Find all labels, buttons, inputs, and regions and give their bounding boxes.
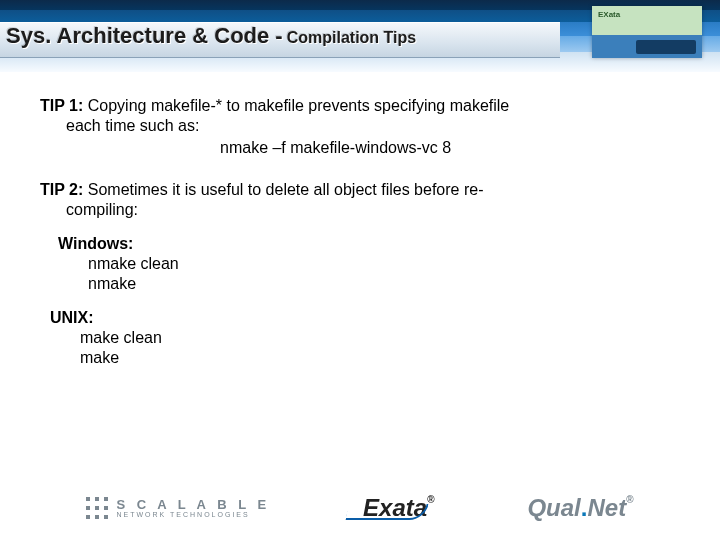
tip-1-line1: Copying makefile-* to makefile prevents … bbox=[88, 97, 510, 114]
windows-heading: Windows: bbox=[58, 234, 680, 254]
corner-thumbnail-label: EXata bbox=[598, 10, 620, 19]
snt-line1: S C A L A B L E bbox=[116, 498, 270, 511]
qualnet-text-b: Net bbox=[587, 494, 626, 521]
slide-title-main: Sys. Architecture & Code - bbox=[6, 23, 283, 49]
slide-banner: Sys. Architecture & Code - Compilation T… bbox=[0, 0, 720, 72]
tip-2: TIP 2: Sometimes it is useful to delete … bbox=[40, 180, 680, 368]
logo-strip: S C A L A B L E NETWORK TECHNOLOGIES Exa… bbox=[0, 494, 720, 522]
unix-cmd-2: make bbox=[80, 348, 680, 368]
logo-qualnet: Qual.Net® bbox=[527, 494, 633, 522]
logo-scalable-network-technologies: S C A L A B L E NETWORK TECHNOLOGIES bbox=[86, 497, 270, 519]
windows-commands: nmake clean nmake bbox=[88, 254, 680, 294]
qualnet-text-a: Qual bbox=[527, 494, 580, 521]
tip-1: TIP 1: Copying makefile-* to makefile pr… bbox=[40, 96, 680, 158]
snt-line2: NETWORK TECHNOLOGIES bbox=[116, 511, 270, 518]
corner-thumbnail: EXata bbox=[592, 6, 702, 58]
tip-1-line2: each time such as: bbox=[40, 116, 680, 136]
title-bar: Sys. Architecture & Code - Compilation T… bbox=[0, 22, 560, 58]
unix-heading: UNIX: bbox=[50, 308, 680, 328]
exata-swoosh-icon bbox=[345, 504, 428, 520]
windows-cmd-2: nmake bbox=[88, 274, 680, 294]
tip-2-label: TIP 2: bbox=[40, 181, 83, 198]
slide-title-sub: Compilation Tips bbox=[287, 29, 416, 47]
unix-commands: make clean make bbox=[80, 328, 680, 368]
tip-1-label: TIP 1: bbox=[40, 97, 83, 114]
snt-mark-icon bbox=[86, 497, 108, 519]
slide-body: TIP 1: Copying makefile-* to makefile pr… bbox=[0, 72, 720, 368]
tip-1-command: nmake –f makefile-windows-vc 8 bbox=[40, 138, 680, 158]
registered-icon: ® bbox=[626, 494, 633, 505]
unix-cmd-1: make clean bbox=[80, 328, 680, 348]
tip-2-line2: compiling: bbox=[40, 200, 680, 220]
tip-2-line1: Sometimes it is useful to delete all obj… bbox=[88, 181, 484, 198]
snt-text: S C A L A B L E NETWORK TECHNOLOGIES bbox=[116, 498, 270, 518]
logo-exata: Exata® bbox=[363, 494, 434, 522]
windows-cmd-1: nmake clean bbox=[88, 254, 680, 274]
